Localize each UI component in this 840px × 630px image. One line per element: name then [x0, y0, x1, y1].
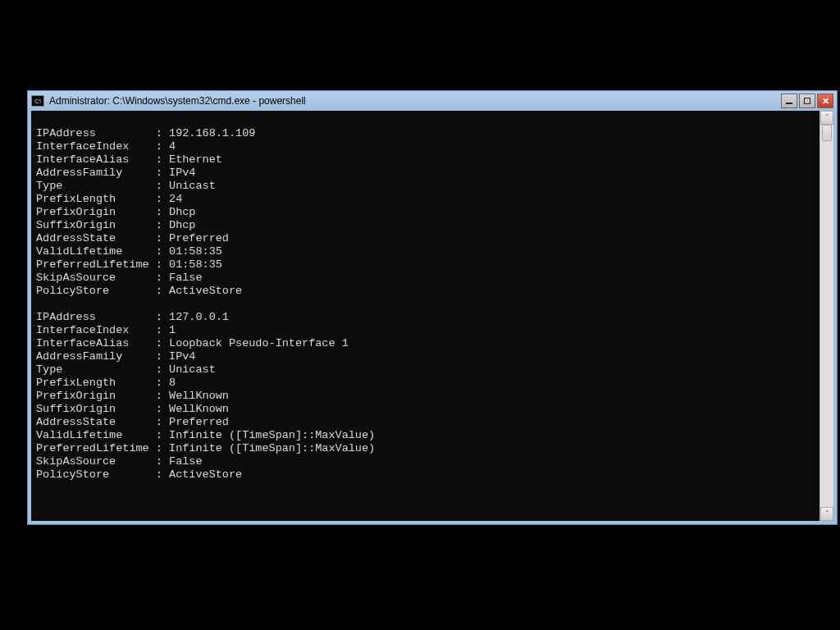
window-controls: ✕ [781, 94, 833, 108]
titlebar[interactable]: C:\ Administrator: C:\Windows\system32\c… [28, 91, 837, 111]
vertical-scrollbar[interactable]: ˄ ˅ [819, 111, 833, 521]
scroll-down-button[interactable]: ˅ [820, 507, 833, 521]
terminal-output[interactable]: IPAddress : 192.168.1.109 InterfaceIndex… [31, 111, 819, 521]
scroll-thumb[interactable] [822, 125, 832, 141]
maximize-button[interactable] [799, 94, 815, 108]
cmd-window: C:\ Administrator: C:\Windows\system32\c… [27, 90, 838, 525]
client-area: IPAddress : 192.168.1.109 InterfaceIndex… [31, 111, 833, 521]
window-title: Administrator: C:\Windows\system32\cmd.e… [49, 95, 781, 107]
scroll-up-button[interactable]: ˄ [820, 111, 833, 125]
minimize-button[interactable] [781, 94, 797, 108]
cmd-icon: C:\ [31, 95, 44, 107]
close-button[interactable]: ✕ [817, 94, 833, 108]
